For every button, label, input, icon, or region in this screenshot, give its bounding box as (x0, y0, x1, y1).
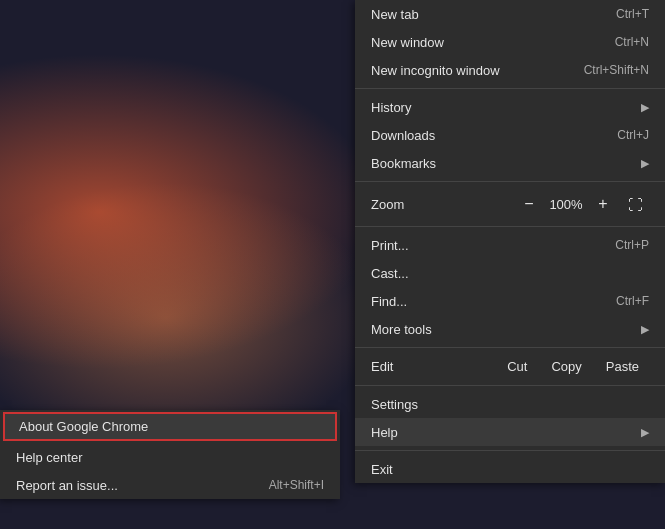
downloads-label: Downloads (371, 128, 435, 143)
zoom-value: 100% (543, 197, 589, 212)
separator-2 (355, 181, 665, 182)
history-arrow: ▶ (641, 101, 649, 114)
copy-button[interactable]: Copy (541, 356, 591, 377)
cut-button[interactable]: Cut (497, 356, 537, 377)
find-shortcut: Ctrl+F (616, 294, 649, 308)
new-tab-label: New tab (371, 7, 419, 22)
history-label: History (371, 100, 411, 115)
zoom-fullscreen-button[interactable]: ⛶ (621, 190, 649, 218)
print-shortcut: Ctrl+P (615, 238, 649, 252)
menu-item-settings[interactable]: Settings (355, 390, 665, 418)
new-tab-shortcut: Ctrl+T (616, 7, 649, 21)
menu-item-new-tab[interactable]: New tab Ctrl+T (355, 0, 665, 28)
menu-item-new-incognito[interactable]: New incognito window Ctrl+Shift+N (355, 56, 665, 84)
menu-item-more-tools[interactable]: More tools ▶ (355, 315, 665, 343)
new-incognito-shortcut: Ctrl+Shift+N (584, 63, 649, 77)
new-window-label: New window (371, 35, 444, 50)
report-issue-label: Report an issue... (16, 478, 118, 493)
menu-item-print[interactable]: Print... Ctrl+P (355, 231, 665, 259)
help-submenu: About Google Chrome Help center Report a… (0, 410, 340, 499)
menu-item-downloads[interactable]: Downloads Ctrl+J (355, 121, 665, 149)
separator-3 (355, 226, 665, 227)
menu-item-history[interactable]: History ▶ (355, 93, 665, 121)
separator-4 (355, 347, 665, 348)
report-issue-shortcut: Alt+Shift+I (269, 478, 324, 492)
help-center-label: Help center (16, 450, 82, 465)
cast-label: Cast... (371, 266, 409, 281)
edit-row: Edit Cut Copy Paste (355, 352, 665, 381)
downloads-shortcut: Ctrl+J (617, 128, 649, 142)
separator-6 (355, 450, 665, 451)
zoom-row: Zoom − 100% + ⛶ (355, 186, 665, 222)
more-tools-arrow: ▶ (641, 323, 649, 336)
new-incognito-label: New incognito window (371, 63, 500, 78)
print-label: Print... (371, 238, 409, 253)
exit-label: Exit (371, 462, 393, 477)
zoom-minus-button[interactable]: − (515, 190, 543, 218)
paste-button[interactable]: Paste (596, 356, 649, 377)
settings-label: Settings (371, 397, 418, 412)
fullscreen-icon: ⛶ (628, 196, 643, 213)
menu-item-bookmarks[interactable]: Bookmarks ▶ (355, 149, 665, 177)
separator-1 (355, 88, 665, 89)
menu-item-about-chrome[interactable]: About Google Chrome (3, 412, 337, 441)
chrome-menu: New tab Ctrl+T New window Ctrl+N New inc… (355, 0, 665, 483)
menu-item-help-center[interactable]: Help center (0, 443, 340, 471)
about-chrome-label: About Google Chrome (19, 419, 148, 434)
separator-5 (355, 385, 665, 386)
help-label: Help (371, 425, 398, 440)
new-window-shortcut: Ctrl+N (615, 35, 649, 49)
menu-item-report-issue[interactable]: Report an issue... Alt+Shift+I (0, 471, 340, 499)
bookmarks-arrow: ▶ (641, 157, 649, 170)
menu-item-exit[interactable]: Exit (355, 455, 665, 483)
menu-item-cast[interactable]: Cast... (355, 259, 665, 287)
bookmarks-label: Bookmarks (371, 156, 436, 171)
find-label: Find... (371, 294, 407, 309)
zoom-plus-button[interactable]: + (589, 190, 617, 218)
menu-item-help[interactable]: Help ▶ (355, 418, 665, 446)
zoom-label: Zoom (371, 197, 515, 212)
edit-label: Edit (371, 359, 493, 374)
help-arrow: ▶ (641, 426, 649, 439)
more-tools-label: More tools (371, 322, 432, 337)
menu-item-new-window[interactable]: New window Ctrl+N (355, 28, 665, 56)
menu-item-find[interactable]: Find... Ctrl+F (355, 287, 665, 315)
